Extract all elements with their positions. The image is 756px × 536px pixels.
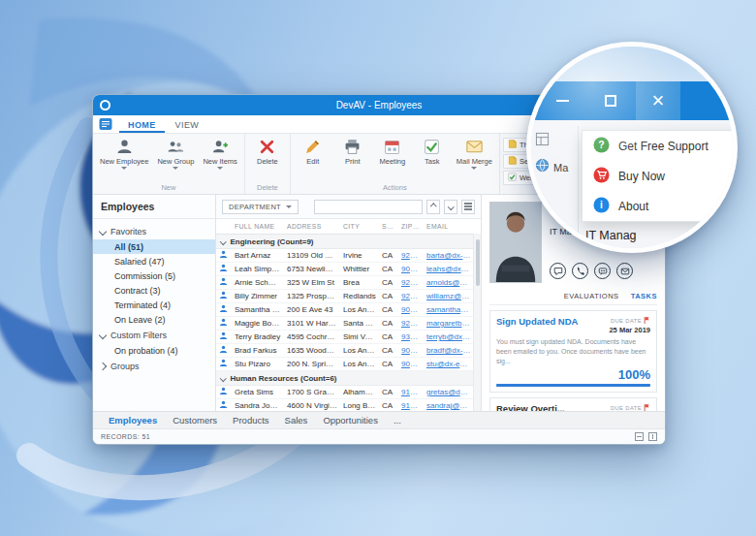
column-header-address[interactable]: ADDRESS	[284, 223, 340, 230]
cart-icon	[593, 167, 610, 186]
person-icon	[216, 359, 232, 369]
phone-icon[interactable]	[572, 263, 588, 279]
employee-email-link[interactable]: terryb@dx-email.c...	[424, 332, 474, 341]
module-tab-employees[interactable]: Employees	[101, 415, 165, 426]
employee-zip-link[interactable]: 93063	[398, 332, 424, 341]
sms-icon[interactable]	[594, 263, 611, 279]
grid-scrollbar[interactable]	[473, 234, 481, 411]
column-header-zip-c[interactable]: ZIP C...	[398, 223, 424, 230]
employee-zip-link[interactable]: 92373	[398, 292, 424, 300]
module-tab-customers[interactable]: Customers	[165, 415, 225, 426]
employee-row[interactable]: Stu Pizaro200 N. Spring StLos AngelesCA9…	[216, 358, 474, 371]
module-tab-item[interactable]: ...	[386, 415, 409, 426]
employee-email-link[interactable]: margaretb@dx-em...	[424, 319, 474, 328]
app-logo-icon	[100, 100, 110, 110]
tree-section-favorites[interactable]: Favorites	[93, 223, 215, 239]
employee-row[interactable]: Bart Arnaz13109 Old Myf...IrvineCA92602b…	[216, 249, 474, 263]
employee-state: CA	[379, 360, 398, 368]
employee-row[interactable]: Brad Farkus1635 Woods Dr...Los AngelesCA…	[216, 344, 474, 358]
employee-row[interactable]: Sandra Johnson4600 N Virginia...Long Bea…	[216, 399, 474, 411]
mail-merge-button[interactable]: Mail Merge	[453, 136, 496, 182]
tab-evaluations[interactable]: EVALUATIONS	[564, 292, 619, 300]
close-button[interactable]	[636, 81, 680, 120]
column-header-full-name[interactable]: FULL NAME	[232, 223, 284, 230]
svg-text:i: i	[600, 200, 603, 210]
group-row-human-resources-count-6[interactable]: Human Resources (Count=6)	[216, 371, 474, 386]
print-button[interactable]: Print	[333, 136, 372, 182]
employee-email-link[interactable]: bradf@dx-email.co...	[424, 346, 474, 355]
employee-row[interactable]: Greta Sims1700 S Grandvi...AlhambraCA918…	[216, 386, 474, 399]
scrollbar-thumb[interactable]	[476, 239, 480, 286]
employee-email-link[interactable]: williamz@dx-email...	[424, 292, 474, 300]
new-items-button[interactable]: New Items	[199, 136, 240, 182]
ribbon-group-delete: DeleteDelete	[245, 134, 291, 194]
mail-outline-icon[interactable]	[616, 263, 633, 279]
meeting-button[interactable]: Meeting	[373, 136, 412, 182]
employee-row[interactable]: Terry Bradley4595 Cochran StSimi ValleyC…	[216, 331, 474, 344]
search-prev-button[interactable]	[426, 200, 440, 214]
new-group-button[interactable]: New Group	[153, 136, 198, 182]
employee-row[interactable]: Samantha Piper200 E Ave 43Los AngelesCA9…	[216, 303, 474, 317]
column-header-city[interactable]: CITY	[340, 223, 379, 230]
layout-cards-icon[interactable]	[635, 432, 644, 441]
employee-email-link[interactable]: gretas@dx-email.co...	[424, 388, 474, 396]
employee-zip-link[interactable]: 91754	[398, 401, 424, 410]
module-tab-sales[interactable]: Sales	[277, 415, 316, 426]
app-menu-button[interactable]	[99, 118, 114, 133]
employee-zip-link[interactable]: 92821	[398, 278, 424, 287]
employee-email-link[interactable]: leahs@dx-email.com	[424, 265, 474, 273]
task-title[interactable]: Sign Updated NDA	[496, 316, 578, 327]
edit-button[interactable]: Edit	[294, 136, 332, 182]
sidebar-item-on-leave-2[interactable]: On Leave (2)	[93, 312, 215, 327]
department-filter-button[interactable]: DEPARTMENT	[222, 200, 299, 214]
sidebar-item-on-probation-4[interactable]: On probation (4)	[93, 343, 215, 358]
module-tab-opportunities[interactable]: Opportunities	[315, 415, 386, 426]
employee-row[interactable]: Maggie Boxter3101 W Harvar...Santa AnaCA…	[216, 317, 474, 331]
employee-row[interactable]: Billy Zimmer1325 Prospect DrRedlandsCA92…	[216, 290, 474, 303]
employee-email-link[interactable]: stu@dx-email.com	[424, 360, 474, 368]
menu-item-buy-now[interactable]: Buy Now	[583, 161, 738, 191]
chat-icon[interactable]	[550, 263, 566, 279]
maximize-button[interactable]	[589, 81, 632, 120]
employee-row[interactable]: Arnie Schwartz325 W Elm StBreaCA92821arn…	[216, 276, 474, 290]
layout-grid-icon[interactable]	[648, 432, 657, 441]
sidebar-item-terminated-4[interactable]: Terminated (4)	[93, 298, 215, 312]
tab-home[interactable]: HOME	[119, 118, 165, 133]
group-row-engineering-count-9[interactable]: Engineering (Count=9)	[216, 235, 474, 249]
new-employee-button[interactable]: New Employee	[96, 136, 152, 182]
tree-section-groups[interactable]: Groups	[93, 358, 215, 374]
employee-zip-link[interactable]: 91803	[398, 388, 424, 396]
sidebar-item-salaried-47[interactable]: Salaried (47)	[93, 254, 215, 268]
person-icon	[216, 387, 232, 397]
menu-item-get-free-support[interactable]: ?Get Free Support	[583, 131, 738, 161]
employee-zip-link[interactable]: 90601	[398, 265, 424, 273]
employee-email-link[interactable]: sandraj@dx-email...	[424, 401, 474, 410]
search-input[interactable]	[314, 200, 423, 214]
tab-view[interactable]: VIEW	[167, 118, 208, 133]
employee-zip-link[interactable]: 90012	[398, 360, 424, 368]
employee-email-link[interactable]: samanthap@dx-e...	[424, 305, 474, 314]
search-next-button[interactable]	[444, 200, 457, 214]
tab-tasks[interactable]: TASKS	[631, 292, 657, 300]
employee-row[interactable]: Leah Simpson6753 Newlin AveWhittierCA906…	[216, 263, 474, 276]
delete-button[interactable]: Delete	[248, 136, 287, 182]
task-progress-percent: 100%	[496, 367, 650, 382]
minimize-button[interactable]	[543, 81, 582, 120]
employee-zip-link[interactable]: 92602	[398, 251, 424, 260]
sidebar-item-contract-3[interactable]: Contract (3)	[93, 283, 215, 298]
employee-email-link[interactable]: barta@dx-email.com	[424, 251, 474, 260]
employee-zip-link[interactable]: 90031	[398, 305, 424, 314]
tree-section-custom-filters[interactable]: Custom Filters	[93, 327, 215, 343]
column-header-email[interactable]: EMAIL	[424, 223, 474, 230]
menu-item-about[interactable]: iAbout	[583, 191, 738, 221]
module-tab-products[interactable]: Products	[225, 415, 277, 426]
task-card[interactable]: Sign Updated NDA DUE DATE 25 Mar 2019 Yo…	[489, 310, 657, 393]
column-header-state[interactable]: STATE	[379, 223, 398, 230]
employee-email-link[interactable]: arnolds@dx-e...	[424, 278, 474, 287]
employee-zip-link[interactable]: 92704	[398, 319, 424, 328]
task-button[interactable]: Task	[413, 136, 452, 182]
sidebar-item-all-51[interactable]: All (51)	[93, 239, 215, 254]
sidebar-item-commission-5[interactable]: Commission (5)	[93, 268, 215, 283]
grid-menu-button[interactable]	[461, 200, 475, 214]
employee-zip-link[interactable]: 90012	[398, 346, 424, 355]
